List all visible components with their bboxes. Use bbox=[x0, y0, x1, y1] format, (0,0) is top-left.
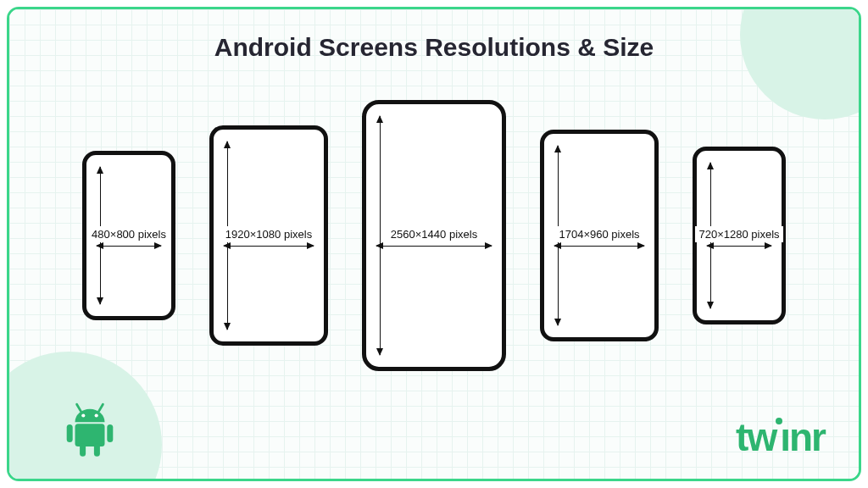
svg-rect-6 bbox=[107, 424, 113, 442]
svg-point-2 bbox=[81, 413, 85, 417]
phone-outline-3: 2560×1440 pixels bbox=[362, 100, 506, 371]
svg-rect-5 bbox=[67, 424, 73, 442]
twinr-logo: twınr bbox=[736, 414, 825, 460]
phone-outline-4: 1704×960 pixels bbox=[540, 130, 659, 341]
horizontal-dimension-arrow bbox=[707, 246, 771, 247]
svg-rect-8 bbox=[94, 443, 100, 456]
horizontal-dimension-arrow bbox=[554, 246, 644, 247]
phones-row: 480×800 pixels 1920×1080 pixels 2560×144… bbox=[9, 86, 859, 385]
page-title: Android Screens Resolutions & Size bbox=[9, 33, 859, 62]
resolution-label: 480×800 pixels bbox=[88, 226, 170, 242]
phone-outline-5: 720×1280 pixels bbox=[693, 147, 786, 324]
svg-line-1 bbox=[99, 404, 103, 411]
diagram-frame: Android Screens Resolutions & Size 480×8… bbox=[7, 7, 861, 481]
vertical-dimension-arrow bbox=[380, 116, 381, 355]
svg-rect-4 bbox=[75, 424, 105, 446]
resolution-label: 720×1280 pixels bbox=[695, 226, 782, 242]
svg-line-0 bbox=[77, 404, 81, 411]
horizontal-dimension-arrow bbox=[224, 246, 314, 247]
resolution-label: 1920×1080 pixels bbox=[222, 226, 315, 242]
phone-outline-2: 1920×1080 pixels bbox=[209, 125, 328, 346]
logo-dot-icon bbox=[776, 418, 782, 424]
horizontal-dimension-arrow bbox=[376, 246, 492, 247]
resolution-label: 2560×1440 pixels bbox=[387, 226, 481, 242]
svg-rect-7 bbox=[80, 443, 86, 456]
horizontal-dimension-arrow bbox=[97, 246, 161, 247]
resolution-label: 1704×960 pixels bbox=[555, 226, 643, 242]
svg-point-3 bbox=[95, 413, 98, 417]
android-icon bbox=[60, 401, 120, 463]
phone-outline-1: 480×800 pixels bbox=[82, 151, 175, 320]
